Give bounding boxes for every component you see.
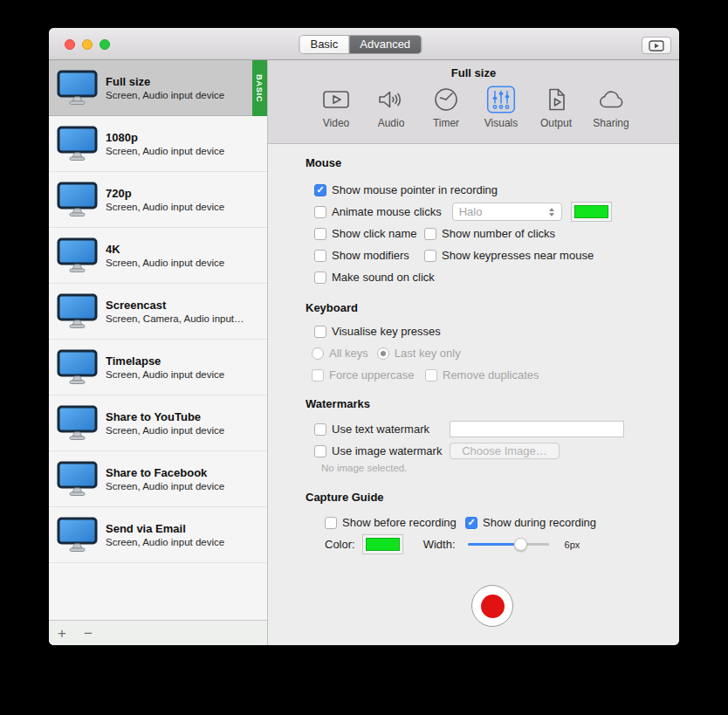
preset-subtitle: Screen, Audio input device	[106, 89, 224, 101]
click-animation-value: Halo	[453, 205, 545, 218]
record-dot	[481, 595, 505, 618]
show-during-recording-checkbox[interactable]	[465, 517, 477, 529]
window-controls	[65, 39, 110, 50]
animate-mouse-clicks-label: Animate mouse clicks	[332, 205, 442, 218]
display-icon	[57, 293, 98, 330]
visualise-key-presses-checkbox[interactable]	[314, 326, 326, 338]
mouse-section-header: Mouse	[306, 155, 679, 170]
guide-width-slider[interactable]	[468, 538, 549, 551]
play-window-icon	[649, 40, 664, 52]
tab-advanced[interactable]: Advanced	[349, 36, 421, 53]
watermarks-section-header: Watermarks	[306, 396, 679, 411]
display-icon	[57, 70, 98, 107]
all-keys-label: All keys	[329, 347, 368, 360]
show-keypresses-checkbox[interactable]	[424, 250, 436, 262]
preset-title: Screencast	[106, 299, 244, 313]
settings-content: Mouse Show mouse pointer in recording An…	[268, 144, 679, 645]
list-item-share-youtube[interactable]: Share to YouTube Screen, Audio input dev…	[49, 395, 267, 451]
list-item-timelapse[interactable]: Timelapse Screen, Audio input device	[49, 340, 267, 395]
watermark-text-input[interactable]	[450, 421, 624, 437]
tab-timer[interactable]: Timer	[426, 84, 466, 129]
animate-mouse-clicks-checkbox[interactable]	[314, 206, 326, 218]
basic-badge: BASIC	[252, 60, 267, 116]
use-text-watermark-checkbox[interactable]	[314, 423, 326, 436]
preset-subtitle: Screen, Audio input device	[106, 145, 224, 157]
add-preset-button[interactable]: +	[49, 626, 75, 641]
show-modifiers-checkbox[interactable]	[314, 250, 326, 262]
show-during-recording-label: Show during recording	[483, 516, 596, 529]
preset-title: Share to YouTube	[106, 410, 224, 424]
preset-title: Share to Facebook	[106, 466, 224, 480]
guide-color-swatch	[366, 538, 400, 551]
show-click-name-checkbox[interactable]	[314, 228, 326, 240]
choose-image-button: Choose Image…	[450, 443, 560, 459]
output-icon	[540, 86, 572, 113]
display-icon	[57, 517, 98, 553]
show-click-name-label: Show click name	[332, 227, 417, 240]
display-icon	[57, 182, 98, 218]
list-item-full-size[interactable]: Full size Screen, Audio input device BAS…	[49, 60, 267, 116]
preset-subtitle: Screen, Audio input device	[106, 368, 224, 381]
preset-subtitle: Screen, Camera, Audio input…	[106, 313, 244, 325]
record-button[interactable]	[471, 585, 513, 627]
tab-basic[interactable]: Basic	[299, 36, 349, 53]
remove-preset-button[interactable]: −	[75, 626, 101, 641]
guide-width-label: Width:	[423, 538, 456, 551]
list-item-send-email[interactable]: Send via Email Screen, Audio input devic…	[49, 507, 267, 563]
make-sound-on-click-checkbox[interactable]	[314, 272, 326, 284]
list-item-720p[interactable]: 720p Screen, Audio input device	[49, 172, 267, 228]
preset-subtitle: Screen, Audio input device	[106, 201, 224, 213]
show-before-recording-label: Show before recording	[342, 516, 457, 529]
list-item-screencast[interactable]: Screencast Screen, Camera, Audio input…	[49, 284, 267, 340]
tab-audio[interactable]: Audio	[371, 84, 411, 129]
all-keys-radio	[312, 347, 324, 360]
settings-panel: Full size Video Audio Timer	[268, 60, 679, 645]
panel-header: Full size Video Audio Timer	[268, 60, 679, 144]
show-mouse-pointer-checkbox[interactable]	[314, 184, 326, 196]
preset-subtitle: Screen, Audio input device	[106, 536, 224, 548]
capture-guide-section-header: Capture Guide	[306, 490, 679, 505]
click-animation-select: Halo	[452, 203, 562, 221]
list-item-share-facebook[interactable]: Share to Facebook Screen, Audio input de…	[49, 451, 267, 507]
preset-sidebar: Full size Screen, Audio input device BAS…	[49, 60, 268, 645]
click-color-swatch	[574, 205, 608, 218]
preset-list: Full size Screen, Audio input device BAS…	[49, 60, 267, 620]
recordings-window-button[interactable]	[642, 37, 671, 54]
stepper-chevrons-icon	[545, 208, 559, 217]
use-image-watermark-checkbox[interactable]	[314, 445, 326, 457]
sharing-icon	[595, 86, 627, 113]
tab-output[interactable]: Output	[536, 84, 576, 129]
guide-width-value: 6px	[565, 540, 580, 550]
tab-video[interactable]: Video	[316, 84, 356, 129]
mode-segmented-control: Basic Advanced	[299, 35, 422, 54]
last-key-only-radio	[377, 347, 389, 360]
preset-subtitle: Screen, Audio input device	[106, 424, 224, 437]
show-number-of-clicks-label: Show number of clicks	[442, 227, 555, 240]
zoom-button[interactable]	[100, 39, 110, 50]
audio-icon	[375, 86, 407, 113]
last-key-only-label: Last key only	[395, 347, 461, 360]
preset-subtitle: Screen, Audio input device	[106, 480, 224, 492]
visualise-key-presses-label: Visualise key presses	[332, 325, 441, 338]
list-item-4k[interactable]: 4K Screen, Audio input device	[49, 228, 267, 284]
use-image-watermark-label: Use image watermark	[332, 444, 442, 457]
force-uppercase-label: Force uppercase	[329, 368, 415, 382]
display-icon	[57, 126, 98, 162]
list-item-1080p[interactable]: 1080p Screen, Audio input device	[49, 116, 267, 172]
slider-thumb[interactable]	[514, 538, 527, 551]
sidebar-footer: + −	[49, 620, 267, 645]
preset-name-title: Full size	[268, 66, 679, 79]
timer-icon	[430, 86, 462, 113]
show-before-recording-checkbox[interactable]	[325, 517, 337, 529]
tab-visuals[interactable]: Visuals	[481, 84, 521, 129]
keyboard-section-header: Keyboard	[306, 300, 679, 315]
show-number-of-clicks-checkbox[interactable]	[424, 228, 436, 240]
remove-duplicates-checkbox	[425, 369, 437, 382]
minimize-button[interactable]	[82, 39, 93, 50]
tab-sharing[interactable]: Sharing	[591, 84, 631, 129]
display-icon	[57, 237, 98, 274]
remove-duplicates-label: Remove duplicates	[443, 368, 539, 382]
guide-color-well[interactable]	[362, 534, 403, 554]
settings-toolbar: Video Audio Timer Visuals	[268, 84, 679, 129]
close-button[interactable]	[65, 39, 75, 50]
